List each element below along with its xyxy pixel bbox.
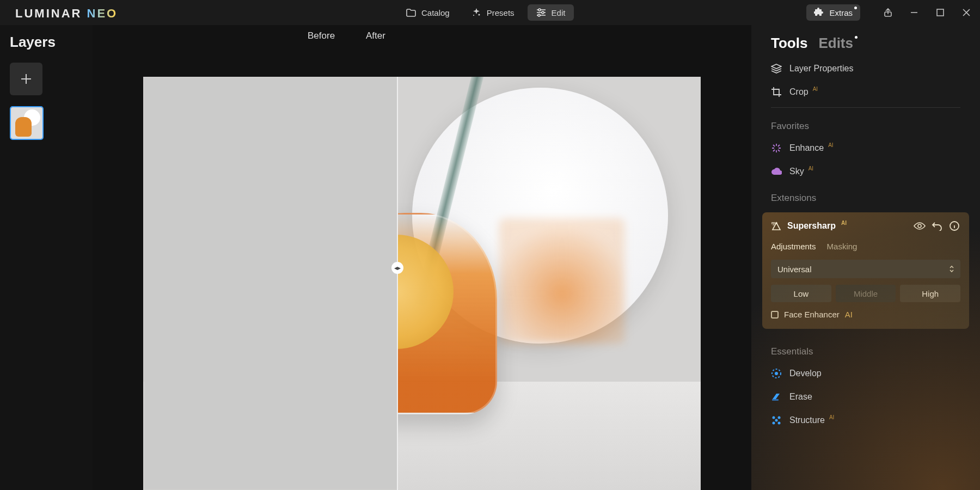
image-viewport[interactable]: ◂▸ xyxy=(93,77,751,490)
maximize-button[interactable] xyxy=(934,7,946,19)
intensity-low-label: Low xyxy=(794,289,809,298)
svg-point-0 xyxy=(478,14,480,16)
share-icon[interactable] xyxy=(882,7,894,19)
tool-erase[interactable]: Erase xyxy=(751,385,980,408)
thumbnail-image xyxy=(11,107,42,139)
right-panel: Tools Edits Layer Properties Crop AI Fav… xyxy=(751,25,980,490)
extension-subtabs: Adjustments Masking xyxy=(771,242,960,251)
separator xyxy=(771,107,960,108)
subtab-masking-label: Masking xyxy=(827,242,857,251)
tab-edits-label: Edits xyxy=(818,35,853,51)
subtab-adjustments-label: Adjustments xyxy=(771,242,816,251)
svg-point-13 xyxy=(773,416,775,419)
svg-point-15 xyxy=(773,422,775,425)
extension-header[interactable]: PRO Supersharp AI xyxy=(771,220,960,232)
intensity-high[interactable]: High xyxy=(900,285,960,302)
intensity-buttons: Low Middle High xyxy=(771,285,960,302)
tool-layer-properties[interactable]: Layer Properties xyxy=(751,57,980,80)
svg-rect-6 xyxy=(937,9,944,16)
tab-presets[interactable]: Presets xyxy=(463,4,523,21)
tab-tools[interactable]: Tools xyxy=(771,35,807,52)
compare-divider[interactable]: ◂▸ xyxy=(397,77,398,490)
layers-title: Layers xyxy=(10,34,93,51)
tool-erase-label: Erase xyxy=(789,392,812,402)
tool-develop[interactable]: Develop xyxy=(751,362,980,385)
subtab-masking[interactable]: Masking xyxy=(827,242,857,251)
brand-second: NEO xyxy=(87,7,118,20)
intensity-middle-label: Middle xyxy=(854,289,878,298)
sliders-icon xyxy=(536,8,546,17)
svg-point-2 xyxy=(538,9,541,11)
after-label: After xyxy=(366,30,385,41)
tab-presets-label: Presets xyxy=(487,8,514,17)
extras-button[interactable]: Extras xyxy=(806,4,860,21)
section-essentials: Essentials xyxy=(751,336,980,362)
section-extensions: Extensions xyxy=(751,183,980,208)
subtab-adjustments[interactable]: Adjustments xyxy=(771,242,816,251)
face-enhancer-checkbox[interactable]: Face Enhancer AI xyxy=(771,310,960,319)
svg-point-14 xyxy=(778,416,781,419)
extension-ai-badge: AI xyxy=(841,220,847,226)
tab-edits[interactable]: Edits xyxy=(818,35,853,52)
top-bar: LUMINAR NEO Catalog Presets Edit Extras xyxy=(0,0,980,25)
layers-icon xyxy=(771,64,782,74)
develop-icon xyxy=(771,368,782,379)
face-ai-badge: AI xyxy=(845,310,853,319)
tool-enhance-label: Enhance xyxy=(789,143,824,153)
brand-first: LUMINAR xyxy=(15,7,87,20)
tab-tools-label: Tools xyxy=(771,35,807,51)
add-layer-button[interactable] xyxy=(10,63,42,95)
tool-sky-label: Sky xyxy=(789,167,804,176)
mode-select[interactable]: Universal xyxy=(771,260,960,278)
folder-icon xyxy=(406,9,416,17)
supersharp-icon: PRO xyxy=(771,221,782,231)
window-controls xyxy=(882,0,972,25)
svg-point-16 xyxy=(778,422,781,425)
compare-handle-icon[interactable]: ◂▸ xyxy=(391,262,403,274)
info-icon[interactable] xyxy=(948,220,960,232)
puzzle-icon xyxy=(814,8,824,17)
plus-icon xyxy=(19,72,33,86)
notification-dot-icon xyxy=(854,7,857,9)
enhance-ai-badge: AI xyxy=(828,142,833,148)
structure-icon xyxy=(771,415,782,426)
undo-icon[interactable] xyxy=(931,220,943,232)
minimize-button[interactable] xyxy=(908,7,920,19)
photo-preview: ◂▸ xyxy=(143,77,701,490)
tool-enhance[interactable]: Enhance AI xyxy=(751,136,980,160)
section-favorites: Favorites xyxy=(751,111,980,136)
tool-crop[interactable]: Crop AI xyxy=(751,80,980,104)
edits-dot-icon xyxy=(855,36,857,39)
erase-icon xyxy=(771,393,782,401)
layer-thumbnail[interactable] xyxy=(10,106,44,140)
mode-tabs: Catalog Presets Edit xyxy=(397,4,574,21)
tab-edit[interactable]: Edit xyxy=(528,4,574,21)
close-button[interactable] xyxy=(960,7,972,19)
svg-point-3 xyxy=(542,11,544,14)
tool-sky[interactable]: Sky AI xyxy=(751,160,980,183)
extension-supersharp-panel: PRO Supersharp AI Adjustments Masking Un… xyxy=(762,212,969,329)
chevron-updown-icon xyxy=(948,265,955,273)
cloud-icon xyxy=(771,168,782,175)
intensity-low[interactable]: Low xyxy=(771,285,831,302)
tool-layer-properties-label: Layer Properties xyxy=(789,64,853,74)
tab-catalog[interactable]: Catalog xyxy=(397,4,458,21)
layers-panel: Layers xyxy=(0,25,93,490)
sky-ai-badge: AI xyxy=(808,166,813,171)
eye-icon[interactable] xyxy=(914,220,926,232)
tool-crop-label: Crop xyxy=(789,87,808,97)
before-label: Before xyxy=(308,30,335,41)
face-enhancer-label: Face Enhancer xyxy=(784,310,840,319)
enhance-icon xyxy=(771,143,782,154)
svg-point-4 xyxy=(538,14,540,16)
crop-ai-badge: AI xyxy=(813,86,818,92)
svg-point-1 xyxy=(473,15,474,16)
structure-ai-badge: AI xyxy=(829,414,834,420)
tool-structure[interactable]: Structure AI xyxy=(751,408,980,432)
svg-text:PRO: PRO xyxy=(771,222,777,225)
tool-develop-label: Develop xyxy=(789,369,822,378)
intensity-middle[interactable]: Middle xyxy=(836,285,896,302)
svg-point-11 xyxy=(775,372,778,375)
tab-edit-label: Edit xyxy=(552,8,566,17)
sparkle-icon xyxy=(471,8,481,17)
